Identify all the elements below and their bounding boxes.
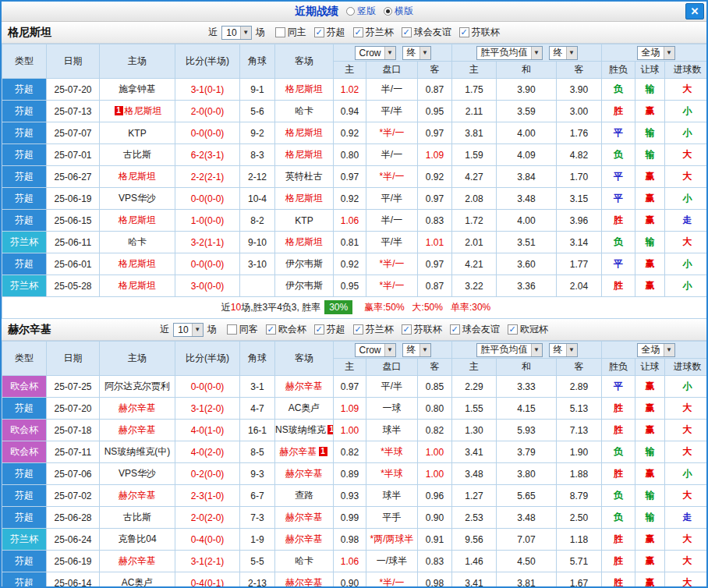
away-odds: 0.97	[418, 122, 452, 144]
scope-select[interactable]: 全场▼	[637, 46, 675, 60]
filter-checkbox-item[interactable]: ✓欧冠杯	[508, 323, 548, 336]
filter-checkbox-label: 球会友谊	[462, 323, 500, 336]
match-date: 25-07-11	[47, 441, 100, 463]
corner-count: 9-2	[240, 122, 275, 144]
filter-checkbox-item[interactable]: ✓芬联杯	[459, 26, 500, 39]
radio-unselected-icon	[346, 7, 355, 16]
avg-time-select[interactable]: 终▼	[549, 46, 578, 60]
home-team-name: 施拿钟基	[119, 83, 156, 94]
scope-select[interactable]: 全场▼	[637, 343, 675, 357]
bookmaker-select[interactable]: Crow▼	[355, 46, 396, 60]
avg-odds-select[interactable]: 胜平负均值▼	[476, 46, 543, 60]
score: 3-1(2-1)	[175, 551, 240, 572]
odds-header-cell: Crow▼ 终▼	[334, 44, 452, 62]
checkbox-checked-icon: ✓	[450, 324, 460, 335]
bookmaker-select[interactable]: Crow▼	[355, 343, 396, 357]
filter-checkbox-item[interactable]: ✓芬兰杯	[353, 323, 394, 336]
home-team-name: 哈卡	[128, 236, 147, 247]
filter-checkbox-item[interactable]: 同主	[275, 26, 306, 39]
sub-header-handicap-result: 让球	[635, 359, 665, 376]
filter-checkbox-item[interactable]: ✓球会友谊	[402, 26, 451, 39]
match-date: 25-06-19	[47, 551, 100, 572]
odds-time-select[interactable]: 终▼	[402, 46, 431, 60]
corner-count: 10-4	[240, 188, 275, 210]
filter-checkbox-item[interactable]: ✓芬联杯	[402, 323, 442, 336]
score: 3-1(0-1)	[175, 79, 240, 101]
result-goals: 大	[665, 572, 708, 588]
avg-lose-odds: 3.14	[557, 232, 602, 253]
filter-checkbox-item[interactable]: ✓芬超	[314, 323, 345, 336]
filter-checkbox-item[interactable]: ✓芬兰杯	[353, 26, 394, 39]
result-wdl: 负	[602, 79, 635, 101]
match-date: 25-06-19	[47, 188, 100, 210]
match-count-value: 10	[226, 27, 236, 38]
handicap: 半/一	[366, 79, 418, 101]
avg-win-odds: 3.81	[452, 122, 497, 144]
close-button[interactable]: ✕	[685, 3, 704, 19]
home-odds: 0.93	[334, 485, 366, 507]
handicap: *半/一	[366, 275, 418, 297]
avg-lose-odds: 1.77	[557, 253, 602, 275]
sub-header-home-odds: 主	[334, 62, 366, 79]
avg-lose-odds: 1.76	[557, 122, 602, 144]
result-handicap: 输	[635, 232, 665, 253]
home-team-name: VPS华沙	[119, 193, 156, 204]
filter-checkbox-label: 芬联杯	[414, 323, 442, 336]
away-odds: 0.98	[418, 572, 452, 588]
near-label: 近	[208, 26, 218, 39]
away-team: 格尼斯坦	[275, 188, 334, 210]
filter-checkbox-label: 欧会杯	[278, 323, 306, 336]
sub-header-avg-win: 主	[452, 62, 497, 79]
away-team: 格尼斯坦	[275, 79, 334, 101]
handicap: 半/一	[366, 144, 418, 166]
filter-checkbox-item[interactable]: ✓球会友谊	[450, 323, 500, 336]
score: 4-0(2-0)	[175, 441, 240, 463]
home-odds: 0.97	[334, 166, 366, 188]
league-type-badge: 芬超	[2, 398, 47, 420]
league-type-badge: 欧会杯	[2, 420, 47, 441]
summary-text: 近	[221, 302, 231, 313]
matches-table: 类型 日期 主场 比分(半场) 角球 客场 Crow▼ 终▼ 胜平负均值	[2, 341, 708, 588]
col-header-home: 主场	[100, 342, 175, 376]
handicap: 平/半	[366, 232, 418, 253]
corner-count: 2-12	[240, 166, 275, 188]
league-type-badge: 芬兰杯	[2, 529, 47, 551]
filter-checkbox-label: 欧冠杯	[520, 323, 548, 336]
avg-draw-odds: 4.09	[497, 144, 557, 166]
score: 0-0(0-0)	[175, 253, 240, 275]
odds-time-select[interactable]: 终▼	[402, 343, 431, 357]
away-odds: 1.09	[418, 144, 452, 166]
corner-count: 8-2	[240, 210, 275, 232]
away-odds: 0.92	[418, 166, 452, 188]
match-count-value: 10	[178, 324, 188, 335]
filter-checkbox-item[interactable]: ✓欧会杯	[266, 323, 306, 336]
result-handicap: 赢	[635, 529, 665, 551]
sub-header-goals-result: 进球数	[665, 62, 708, 79]
away-team-name: 哈卡	[295, 555, 313, 566]
home-team: AC奥卢	[100, 572, 175, 588]
away-odds: 0.97	[418, 188, 452, 210]
avg-time-select[interactable]: 终▼	[549, 343, 578, 357]
away-odds: 0.97	[418, 253, 452, 275]
league-type-badge: 芬超	[2, 507, 47, 529]
result-goals: 大	[665, 420, 708, 441]
layout-radio-vertical[interactable]: 竖版	[346, 5, 376, 18]
avg-odds-select[interactable]: 胜平负均值▼	[476, 343, 543, 357]
chevron-down-icon: ▼	[240, 27, 251, 39]
match-count-select[interactable]: 10 ▼	[221, 26, 251, 40]
home-team: 格尼斯坦	[100, 253, 175, 275]
layout-radio-horizontal[interactable]: 横版	[384, 5, 413, 18]
home-team-name: 格尼斯坦	[119, 171, 156, 182]
avg-win-odds: 1.75	[452, 79, 497, 101]
result-handicap: 赢	[635, 275, 665, 297]
away-team-name: 英特杜古	[285, 171, 323, 182]
result-wdl: 胜	[602, 101, 635, 122]
team-section: 赫尔辛基 近 10 ▼ 场 同客✓欧会杯✓芬超✓芬兰杯✓芬联杯✓球会友谊✓欧冠杯…	[2, 319, 706, 588]
filter-checkbox-item[interactable]: 同客	[227, 323, 258, 336]
result-goals: 小	[665, 275, 708, 297]
filter-checkbox-item[interactable]: ✓芬超	[314, 26, 345, 39]
home-team-name: 赫尔辛基	[119, 555, 156, 566]
match-count-select[interactable]: 10 ▼	[173, 323, 203, 337]
avg-lose-odds: 5.71	[557, 551, 602, 572]
corner-count: 6-7	[240, 485, 275, 507]
